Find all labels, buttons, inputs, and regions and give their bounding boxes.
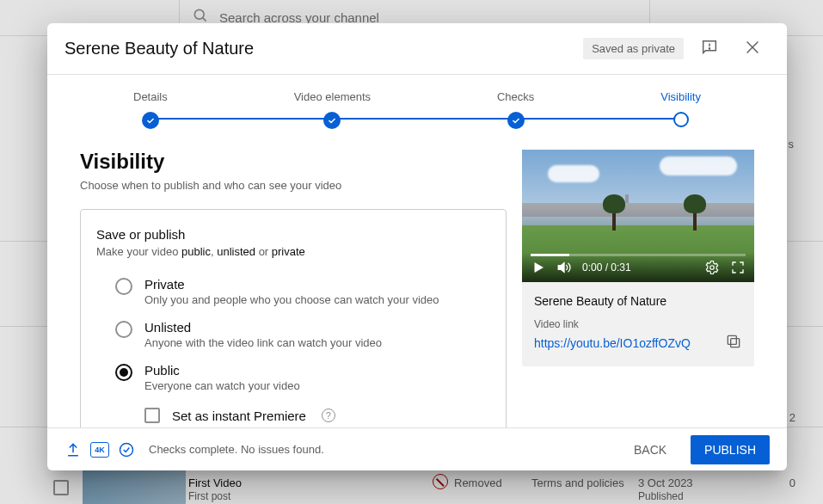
step-label: Video elements bbox=[294, 90, 371, 103]
feedback-button[interactable] bbox=[692, 32, 727, 66]
option-unlisted[interactable]: Unlisted Anyone with the video link can … bbox=[96, 313, 490, 356]
video-time: 0:00 / 0:31 bbox=[582, 261, 631, 274]
settings-icon[interactable] bbox=[704, 260, 720, 275]
video-link[interactable]: https://youtu.be/IO1ozffOZvQ bbox=[534, 336, 691, 350]
play-icon[interactable] bbox=[531, 260, 546, 275]
step-details[interactable]: Details bbox=[133, 90, 168, 129]
feedback-icon bbox=[700, 38, 719, 59]
copy-link-button[interactable] bbox=[725, 333, 742, 353]
checkbox-icon bbox=[144, 408, 160, 423]
back-button[interactable]: BACK bbox=[622, 436, 679, 464]
stepper: Details Video elements Checks Visibility bbox=[47, 75, 787, 139]
fullscreen-icon[interactable] bbox=[730, 260, 746, 275]
option-private[interactable]: Private Only you and people who you choo… bbox=[96, 270, 490, 313]
upload-modal: Serene Beauty of Nature Saved as private… bbox=[47, 23, 787, 470]
modal-title: Serene Beauty of Nature bbox=[64, 39, 574, 58]
modal-header: Serene Beauty of Nature Saved as private bbox=[47, 23, 787, 75]
check-icon bbox=[323, 112, 341, 129]
svg-marker-6 bbox=[535, 262, 544, 273]
option-label: Public bbox=[144, 363, 490, 378]
modal-footer: 4K Checks complete. No issues found. BAC… bbox=[47, 427, 787, 470]
publish-button[interactable]: PUBLISH bbox=[691, 435, 770, 464]
svg-marker-7 bbox=[558, 263, 564, 273]
radio-icon bbox=[115, 321, 132, 338]
step-label: Checks bbox=[497, 90, 534, 103]
page-title: Visibility bbox=[80, 150, 507, 174]
link-label: Video link bbox=[534, 318, 742, 330]
copy-icon bbox=[725, 340, 742, 353]
svg-rect-9 bbox=[731, 339, 740, 347]
step-label: Details bbox=[133, 90, 168, 103]
premiere-checkbox-row[interactable]: Set as instant Premiere ? bbox=[96, 399, 490, 423]
option-desc: Everyone can watch your video bbox=[144, 379, 490, 392]
check-icon bbox=[507, 112, 525, 129]
resolution-badge: 4K bbox=[90, 442, 109, 458]
modal-body: Details Video elements Checks Visibility… bbox=[47, 75, 787, 427]
close-button[interactable] bbox=[735, 32, 770, 66]
upload-icon bbox=[64, 441, 82, 458]
preview-video-title: Serene Beauty of Nature bbox=[534, 294, 742, 308]
option-label: Private bbox=[144, 277, 490, 292]
svg-rect-10 bbox=[728, 335, 736, 344]
step-video-elements[interactable]: Video elements bbox=[294, 90, 371, 129]
video-preview-card: 0:00 / 0:31 Serene Beauty of Nature Vide… bbox=[522, 150, 754, 366]
video-player[interactable]: 0:00 / 0:31 bbox=[522, 150, 754, 282]
svg-point-8 bbox=[710, 266, 715, 270]
check-icon bbox=[142, 112, 159, 129]
step-visibility[interactable]: Visibility bbox=[660, 90, 701, 127]
option-desc: Anyone with the video link can watch you… bbox=[144, 336, 490, 349]
premiere-label: Set as instant Premiere bbox=[172, 409, 306, 423]
svg-point-3 bbox=[709, 48, 709, 49]
saved-status-badge: Saved as private bbox=[583, 38, 684, 59]
option-public[interactable]: Public Everyone can watch your video bbox=[96, 356, 490, 399]
step-label: Visibility bbox=[660, 90, 701, 103]
option-label: Unlisted bbox=[144, 320, 490, 335]
svg-point-11 bbox=[120, 443, 133, 456]
page-subtitle: Choose when to publish and who can see y… bbox=[80, 179, 507, 192]
panel-heading: Save or publish bbox=[96, 227, 490, 242]
check-circle-icon bbox=[118, 441, 135, 458]
option-desc: Only you and people who you choose can w… bbox=[144, 293, 490, 306]
current-step-dot bbox=[673, 112, 689, 127]
radio-icon bbox=[115, 364, 132, 381]
stepper-line bbox=[146, 118, 688, 120]
step-checks[interactable]: Checks bbox=[497, 90, 534, 129]
help-icon[interactable]: ? bbox=[322, 409, 335, 422]
panel-subtext: Make your video public, unlisted or priv… bbox=[96, 245, 490, 258]
save-publish-panel: Save or publish Make your video public, … bbox=[80, 209, 507, 427]
checks-message: Checks complete. No issues found. bbox=[149, 443, 324, 456]
close-icon bbox=[743, 38, 762, 59]
volume-icon[interactable] bbox=[556, 260, 572, 275]
radio-icon bbox=[115, 278, 132, 295]
